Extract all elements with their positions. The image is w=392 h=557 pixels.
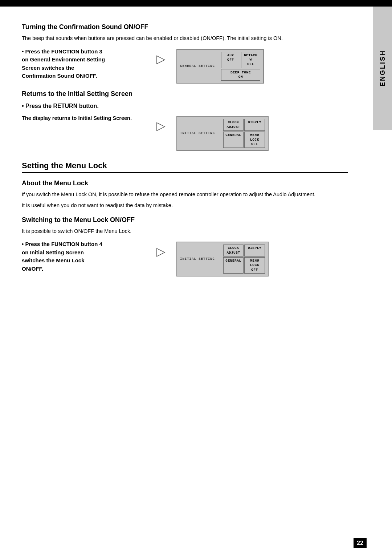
section3-about: About the Menu Lock If you switch the Me… <box>22 179 348 210</box>
section2-lcd-cell3: GENERAL <box>223 132 244 148</box>
section3-sub1-body2: It is useful when you do not want to rea… <box>22 202 348 210</box>
section1-bullet-text: Press the FUNCTION button 3 on General E… <box>22 48 145 80</box>
section1-arrow: ▷ <box>152 48 170 66</box>
section-returns: Returns to the Initial Setting Screen • … <box>22 90 348 151</box>
section3-lcd-cell1: CLOCK ADJUST <box>223 245 244 257</box>
section1-lcd-label: GENERAL SETTING <box>180 64 215 69</box>
section3-title: Setting the Menu Lock <box>22 161 348 173</box>
section1-bullet-row: Press the FUNCTION button 3 on General E… <box>22 48 348 84</box>
section3-lcd-cell3: GENERAL <box>223 257 244 274</box>
english-tab-label: ENGLISH <box>379 50 387 86</box>
section2-bullet-title: • Press the RETURN button. <box>22 103 348 109</box>
section2-bullet-row: The display returns to Initial Setting S… <box>22 114 348 151</box>
section3-lcd: INITIAL SETTING CLOCK ADJUST <box>176 242 269 277</box>
section-menu-lock: Setting the Menu Lock About the Menu Loc… <box>22 161 348 277</box>
section3-lcd-cell2: DISPLY <box>244 245 265 257</box>
page-number: 22 <box>354 538 367 548</box>
section3-screen: INITIAL SETTING CLOCK ADJUST <box>176 240 348 277</box>
section3-sub2-title: Switching to the Menu Lock ON/OFF <box>22 216 348 224</box>
section2-lcd-cell4: MENU LOCK OFF <box>244 132 265 148</box>
section-confirmation-sound: Turning the Confirmation Sound ON/OFF Th… <box>22 23 348 84</box>
section2-screen: INITIAL SETTING CLOCK ADJUST DISPLY <box>176 114 348 151</box>
section3-sub1-body1: If you switch the Menu Lock ON, it is po… <box>22 191 348 199</box>
section1-lcd: GENERAL SETTING AUX OFF <box>176 49 264 84</box>
english-tab: ENGLISH <box>373 7 392 130</box>
section3-switching: Switching to the Menu Lock ON/OFF It is … <box>22 216 348 277</box>
section3-bullet-row: Press the FUNCTION button 4 on Initial S… <box>22 240 348 277</box>
section1-lcd-cell1: AUX OFF <box>221 52 240 68</box>
section1-screen: GENERAL SETTING AUX OFF <box>176 48 348 84</box>
section1-title: Turning the Confirmation Sound ON/OFF <box>22 23 348 31</box>
section3-sub1-title: About the Menu Lock <box>22 179 348 187</box>
section2-lcd-cell2: DISPLY <box>244 119 265 131</box>
top-bar <box>0 0 392 7</box>
section3-sub2-body: It is possible to switch ON/OFF the Menu… <box>22 227 348 235</box>
section2-title: Returns to the Initial Setting Screen <box>22 90 348 98</box>
page-container: ENGLISH Turning the Confirmation Sound O… <box>0 0 392 557</box>
section3-bullet-text: Press the FUNCTION button 4 on Initial S… <box>22 240 145 273</box>
section1-lcd-cell2: DETACH W OFF <box>241 52 260 68</box>
section1-lcd-cell3: BEEP TONE ON <box>221 69 261 81</box>
main-content: Turning the Confirmation Sound ON/OFF Th… <box>0 7 373 295</box>
section2-lcd-cell1: CLOCK ADJUST <box>223 119 244 131</box>
section3-arrow: ▷ <box>152 240 170 258</box>
section3-lcd-cell4: MENU LOCK OFF <box>244 257 265 274</box>
section3-lcd-label: INITIAL SETTING <box>180 257 215 262</box>
section2-lcd-label: INITIAL SETTING <box>180 131 215 136</box>
section1-body: The beep that sounds when buttons are pr… <box>22 35 348 43</box>
section2-body-text: The display returns to Initial Setting S… <box>22 114 145 125</box>
section2-arrow: ▷ <box>152 114 170 133</box>
section2-lcd: INITIAL SETTING CLOCK ADJUST DISPLY <box>176 116 269 151</box>
